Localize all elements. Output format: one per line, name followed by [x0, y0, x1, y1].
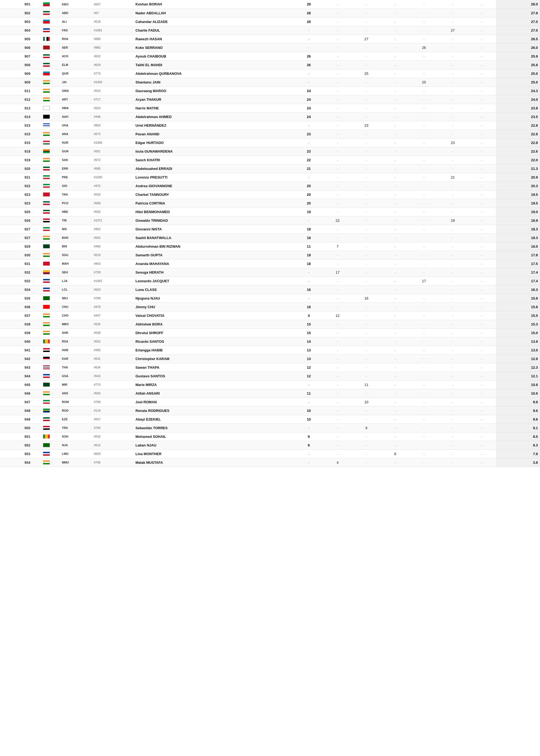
- name-cell: Gauraang MAROO: [134, 86, 295, 95]
- flag-cell: [32, 52, 61, 61]
- name-cell: Abhishek BORA: [134, 320, 295, 328]
- event-1-cell: -: [323, 346, 352, 354]
- points-cell: 28: [294, 17, 323, 26]
- event-1-cell: -: [323, 441, 352, 449]
- flag-icon: [43, 391, 50, 395]
- total-cell: 25.9: [496, 52, 540, 61]
- event-4-cell: -: [410, 208, 439, 216]
- event-1-cell: -: [323, 138, 352, 147]
- table-row: 923 TAN #533 Charbel TANNOURY 20 ------ …: [0, 190, 540, 199]
- event-5-cell: -: [439, 112, 468, 121]
- points-cell: -: [294, 277, 323, 285]
- number-cell: #539: [93, 328, 134, 337]
- points-cell: -: [294, 294, 323, 303]
- rank-cell: 905: [0, 35, 32, 43]
- total-cell: 17.4: [496, 277, 540, 285]
- flag-icon: [43, 28, 50, 32]
- name-cell: Abdelrahman QURBANOVA: [134, 69, 295, 78]
- code-cell: NJA: [61, 441, 93, 449]
- event-4-cell: -: [410, 104, 439, 112]
- rank-cell: 914: [0, 112, 32, 121]
- flag-icon: [43, 97, 50, 101]
- event-2-cell: -: [352, 173, 381, 182]
- event-6-cell: -: [467, 303, 496, 311]
- rank-cell: 931: [0, 259, 32, 268]
- code-cell: NIS: [61, 225, 93, 233]
- rank-cell: 915: [0, 121, 32, 130]
- event-1-cell: -: [323, 320, 352, 328]
- event-2-cell: -: [352, 406, 381, 415]
- flag-cell: [32, 458, 61, 467]
- flag-icon: [43, 296, 50, 300]
- name-cell: Saahil BANATWALLA: [134, 233, 295, 242]
- number-cell: #673: [93, 130, 134, 138]
- event-1-cell: -: [323, 9, 352, 17]
- table-row: 934 LCL #623 Luna CLASS 16 ------ 16.3: [0, 285, 540, 294]
- name-cell: Senuga HERATH: [134, 268, 295, 277]
- name-cell: Patricia CORTINA: [134, 199, 295, 208]
- flag-cell: [32, 337, 61, 346]
- points-cell: 28: [294, 9, 323, 17]
- points-cell: 26: [294, 61, 323, 69]
- flag-icon: [43, 244, 50, 248]
- points-cell: 26: [294, 52, 323, 61]
- event-3-cell: -: [381, 259, 410, 268]
- event-6-cell: -: [467, 121, 496, 130]
- event-6-cell: -: [467, 35, 496, 43]
- flag-icon: [43, 123, 50, 127]
- rank-cell: 951: [0, 432, 32, 441]
- event-5-cell: -: [439, 164, 468, 173]
- flag-icon: [43, 339, 50, 344]
- code-cell: JAI: [61, 78, 93, 86]
- event-4-cell: -: [410, 406, 439, 415]
- event-4-cell: -: [410, 26, 439, 35]
- total-cell: 22.6: [496, 147, 540, 156]
- flag-icon: [43, 11, 50, 15]
- table-row: 927 NIS #452 Giovanni NISTA 18 ------ 18…: [0, 225, 540, 233]
- name-cell: Sawan THAPA: [134, 363, 295, 372]
- flag-cell: [32, 86, 61, 95]
- points-cell: -: [294, 173, 323, 182]
- points-cell: 18: [294, 225, 323, 233]
- flag-cell: [32, 95, 61, 104]
- flag-icon: [43, 408, 50, 413]
- points-cell: 13: [294, 346, 323, 354]
- total-cell: 20.3: [496, 182, 540, 190]
- flag-cell: [32, 35, 61, 43]
- flag-cell: [32, 182, 61, 190]
- name-cell: Pavan ANAND: [134, 130, 295, 138]
- total-cell: 12.1: [496, 372, 540, 380]
- total-cell: 15.8: [496, 303, 540, 311]
- event-3-cell: -: [381, 95, 410, 104]
- name-cell: Lorenzo PRESUTTI: [134, 173, 295, 182]
- event-5-cell: -: [439, 389, 468, 397]
- event-4-cell: -: [410, 138, 439, 147]
- table-row: 946 ANS #503 Atifah ANSARI 11 ------ 10.…: [0, 389, 540, 397]
- name-cell: Edgar HURTADO: [134, 138, 295, 147]
- event-3-cell: -: [381, 406, 410, 415]
- event-2-cell: -: [352, 43, 381, 52]
- event-4-cell: -: [410, 251, 439, 259]
- rank-cell: 919: [0, 156, 32, 164]
- total-cell: 12.9: [496, 354, 540, 363]
- flag-cell: [32, 311, 61, 320]
- event-1-cell: -: [323, 35, 352, 43]
- number-cell: #552: [93, 337, 134, 346]
- flag-icon: [43, 132, 50, 136]
- event-1-cell: 4: [323, 458, 352, 467]
- event-5-cell: -: [439, 86, 468, 95]
- flag-cell: [32, 441, 61, 449]
- rank-cell: 945: [0, 380, 32, 389]
- event-5-cell: 21: [439, 173, 468, 182]
- event-6-cell: -: [467, 199, 496, 208]
- table-row: 937 CHO #447 Vatsal CHOVATIA 4 12----- 1…: [0, 311, 540, 320]
- event-4-cell: -: [410, 320, 439, 328]
- event-3-cell: -: [381, 138, 410, 147]
- flag-icon: [43, 45, 50, 50]
- number-cell: #447: [93, 311, 134, 320]
- table-row: 927 BAN #502 Saahil BANATWALLA 18 ------…: [0, 233, 540, 242]
- event-1-cell: -: [323, 61, 352, 69]
- number-cell: #543: [93, 372, 134, 380]
- number-cell: #555: [93, 208, 134, 216]
- total-cell: 9.6: [496, 415, 540, 423]
